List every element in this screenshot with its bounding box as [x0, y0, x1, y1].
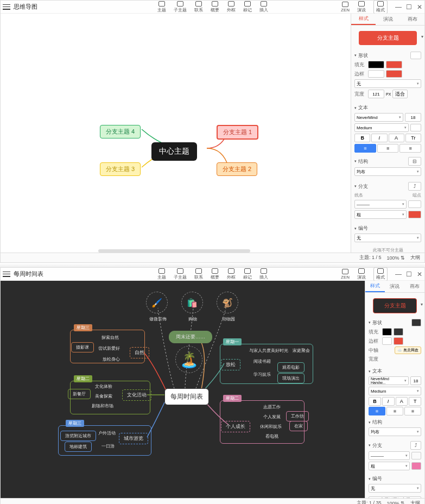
tool-insert[interactable]: 插入 [259, 268, 268, 280]
strike-button[interactable]: A [396, 397, 408, 406]
hub-nature[interactable]: 自然 [130, 347, 149, 358]
bold-button[interactable]: B [369, 397, 381, 406]
cloud-badge[interactable]: ☁️奥意网盘 [395, 346, 421, 354]
tool-pitch[interactable]: 演说 [357, 1, 366, 13]
align-left[interactable]: ≡ [369, 407, 385, 415]
align-right[interactable]: ≡ [404, 407, 421, 415]
top-cat-3[interactable]: 动物园 [218, 314, 239, 324]
line-style-select[interactable]: ——— [369, 451, 410, 460]
center-topic[interactable]: 每周时间表 [164, 388, 209, 405]
leaf-outdoor[interactable]: 户外活动 [94, 429, 120, 438]
width-input[interactable] [368, 90, 384, 98]
tool-format[interactable]: 格式 [373, 267, 388, 281]
case-button[interactable]: Tr [405, 134, 421, 142]
align-center[interactable]: ≡ [386, 407, 403, 415]
tool-relation[interactable]: 联系 [194, 268, 203, 280]
menu-icon[interactable] [3, 272, 10, 277]
branch-icon[interactable]: ⤴ [410, 441, 421, 450]
align-center[interactable]: ≡ [377, 144, 399, 153]
italic-button[interactable]: I [382, 397, 395, 406]
theme-preview[interactable]: 分支主题 [359, 31, 417, 45]
border-color[interactable] [394, 337, 403, 345]
structure-select[interactable]: 均布 [369, 427, 421, 436]
tab-style[interactable]: 样式 [365, 281, 385, 292]
endpoint[interactable] [411, 452, 421, 459]
summary-restaurant[interactable]: 新餐厅 [68, 389, 91, 399]
window-close[interactable]: ✕ [417, 272, 422, 277]
border-style[interactable] [368, 70, 384, 78]
tool-insert[interactable]: 插入 [259, 1, 268, 13]
align-right[interactable]: ≡ [399, 144, 421, 153]
strike-button[interactable]: A [389, 134, 404, 142]
leaf-landmark[interactable]: 地标建筑 [65, 442, 92, 452]
fill-color[interactable] [382, 328, 392, 336]
zoom-level[interactable]: 100% ⇅ [386, 501, 405, 505]
font-size-input[interactable] [410, 376, 421, 385]
menu-icon[interactable] [3, 4, 10, 10]
leaf-family-party[interactable]: 家庭聚会 [288, 346, 314, 355]
center-topic[interactable]: 中心主题 [151, 142, 197, 161]
top-cat-1[interactable]: 做微装饰 [145, 314, 171, 324]
tool-marker[interactable]: 标记 [243, 268, 252, 280]
line-weight-select[interactable]: 粗 [354, 210, 407, 219]
center-image[interactable]: 🏝️ [175, 346, 202, 373]
theme-preview[interactable]: 分支主题 [373, 298, 417, 313]
bold-button[interactable]: B [354, 134, 370, 142]
hub-relax[interactable]: 放松 [221, 359, 240, 370]
fit-button[interactable]: 适合 [392, 90, 408, 98]
top-cat-2[interactable]: 购物 [184, 314, 201, 324]
fill-color-2[interactable] [386, 61, 402, 68]
leaf-learn[interactable]: 学习娱乐 [249, 370, 275, 379]
border-style[interactable] [382, 337, 392, 345]
line-color[interactable] [408, 211, 421, 218]
leaf-movie[interactable]: 观看电影 [277, 362, 305, 373]
leaf-personal[interactable]: 个人发展 [259, 412, 285, 421]
outline-toggle[interactable]: 大纲 [410, 500, 420, 504]
case-button[interactable]: T [409, 397, 421, 406]
border-color[interactable] [386, 70, 402, 78]
numbering-select[interactable]: 无 [369, 484, 421, 493]
branch-4[interactable]: 分支主题 4 [100, 125, 141, 138]
leaf-culture-1[interactable]: 文化体验 [91, 382, 117, 391]
tool-summary[interactable]: 概要 [211, 1, 219, 13]
italic-button[interactable]: I [371, 134, 387, 142]
tool-marker[interactable]: 标记 [243, 1, 252, 13]
branch-3[interactable]: 分支主题 3 [100, 162, 141, 176]
hub-growth[interactable]: 个人成长 [221, 421, 250, 432]
leaf-performance[interactable]: 现场演出 [277, 373, 305, 383]
leaf-culture-2[interactable]: 美食探索 [91, 392, 117, 401]
mindmap-canvas[interactable]: 🖌️ 🛍️ 🐒 做微装饰 购物 动物园 周末还要…… 每周时间表 🏝️ 星期三 … [1, 281, 365, 498]
weekend-node[interactable]: 周末还要…… [169, 331, 212, 343]
hub-city[interactable]: 城市游览 [119, 433, 148, 444]
tool-relation[interactable]: 联系 [194, 1, 203, 13]
weight-select[interactable]: Medium [369, 387, 421, 395]
branch-icon[interactable]: ⤴ [408, 182, 421, 191]
window-maximize[interactable]: ☐ [406, 272, 411, 277]
fill-color-1[interactable] [368, 61, 384, 68]
font-select[interactable]: NeverMind Handw... [369, 376, 409, 385]
tool-boundary[interactable]: 外框 [227, 1, 236, 13]
outline-toggle[interactable]: 大纲 [410, 254, 420, 261]
leaf-workshop[interactable]: 工作坊 [286, 411, 309, 421]
tab-style[interactable]: 样式 [351, 14, 376, 25]
leaf-hobby[interactable]: 尝试新爱好 [94, 344, 124, 353]
tab-pitch[interactable]: 演说 [376, 14, 400, 25]
tool-topic[interactable]: 主题 [157, 1, 166, 13]
icon-shopping[interactable]: 🛍️ [181, 292, 203, 313]
leaf-leisure[interactable]: 休闲和娱乐 [256, 422, 286, 431]
window-maximize[interactable]: ☐ [406, 4, 411, 10]
tab-canvas[interactable]: 画布 [400, 14, 424, 25]
line-endpoint[interactable] [408, 200, 421, 208]
tool-topic[interactable]: 主题 [157, 268, 166, 280]
tool-subtopic[interactable]: 子主题 [174, 268, 187, 280]
zoom-level[interactable]: 100% ⇅ [386, 255, 405, 261]
leaf-read[interactable]: 阅读书籍 [249, 357, 275, 366]
icon-zoo[interactable]: 🐒 [217, 292, 238, 313]
leaf-visit-city[interactable]: 游览附近城市 [60, 431, 96, 441]
numbering-select[interactable]: 无 [354, 234, 421, 242]
tool-summary[interactable]: 概要 [211, 268, 219, 280]
line-weight-select[interactable]: 粗 [369, 462, 410, 470]
weight-select[interactable]: Medium [354, 123, 409, 132]
structure-select[interactable]: 均布 [354, 167, 421, 176]
font-size-input[interactable] [405, 113, 421, 122]
